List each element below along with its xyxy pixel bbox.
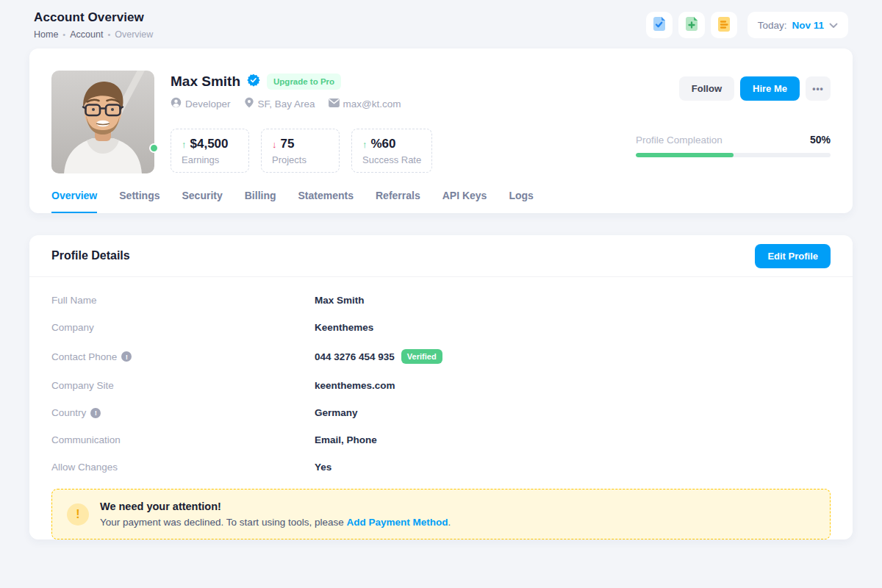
breadcrumb-separator: • bbox=[62, 30, 65, 39]
date-selector[interactable]: Today: Nov 11 bbox=[747, 12, 848, 38]
breadcrumb: Home• Account• Overview bbox=[34, 29, 153, 40]
profile-action-buttons: Follow Hire Me ••• bbox=[636, 76, 831, 101]
row-company-site: Company Site keenthemes.com bbox=[51, 380, 831, 391]
stat-success-rate-label: Success Rate bbox=[362, 154, 421, 165]
row-contact-phone: Contact Phone ! 044 3276 454 935 Verifie… bbox=[51, 349, 831, 364]
tab-api-keys[interactable]: API Keys bbox=[442, 181, 487, 213]
tab-logs[interactable]: Logs bbox=[509, 181, 533, 213]
details-title: Profile Details bbox=[51, 249, 130, 262]
avatar-image bbox=[51, 71, 154, 173]
user-icon bbox=[171, 97, 182, 110]
tab-referrals[interactable]: Referrals bbox=[376, 181, 420, 213]
row-allow-changes: Allow Changes Yes bbox=[51, 462, 831, 473]
account-tabs: Overview Settings Security Billing State… bbox=[29, 181, 853, 213]
row-label: Country ! bbox=[51, 407, 315, 418]
stat-earnings-label: Earnings bbox=[182, 154, 238, 165]
row-value: 044 3276 454 935 bbox=[315, 351, 395, 362]
stat-success-rate: ↑%60 Success Rate bbox=[351, 129, 432, 173]
main-content: Max Smith Upgrade to Pro Developer SF, B… bbox=[0, 49, 882, 539]
profile-top: Max Smith Upgrade to Pro Developer SF, B… bbox=[29, 49, 853, 173]
row-communication: Communication Email, Phone bbox=[51, 434, 831, 445]
warning-icon: ! bbox=[67, 503, 89, 526]
profile-stats: ↑$4,500 Earnings ↓75 Projects ↑%60 Succe… bbox=[171, 129, 620, 173]
breadcrumb-separator: • bbox=[107, 30, 110, 39]
today-label: Today: bbox=[758, 20, 787, 31]
profile-completion-label: Profile Compleation bbox=[636, 135, 723, 146]
upgrade-to-pro-badge[interactable]: Upgrade to Pro bbox=[267, 74, 341, 90]
tab-security[interactable]: Security bbox=[182, 181, 223, 213]
name-row: Max Smith Upgrade to Pro bbox=[171, 74, 620, 90]
meta-location[interactable]: SF, Bay Area bbox=[244, 97, 315, 110]
tab-statements[interactable]: Statements bbox=[298, 181, 354, 213]
stat-earnings: ↑$4,500 Earnings bbox=[171, 129, 249, 173]
page-title: Account Overview bbox=[34, 10, 153, 25]
today-value: Nov 11 bbox=[792, 20, 824, 31]
breadcrumb-account[interactable]: Account bbox=[70, 29, 103, 40]
arrow-up-icon: ↑ bbox=[362, 139, 368, 150]
row-label: Communication bbox=[51, 434, 315, 445]
follow-button[interactable]: Follow bbox=[679, 76, 734, 101]
row-value: Email, Phone bbox=[315, 434, 377, 445]
stat-projects-value: 75 bbox=[281, 137, 295, 151]
details-header: Profile Details Edit Profile bbox=[29, 235, 853, 277]
arrow-down-icon: ↓ bbox=[272, 139, 277, 150]
doc-lines-button[interactable] bbox=[711, 12, 737, 38]
row-value: Keenthemes bbox=[315, 322, 373, 333]
row-label: Company bbox=[51, 322, 315, 333]
more-options-button[interactable]: ••• bbox=[806, 76, 831, 101]
progress-track bbox=[636, 153, 831, 157]
profile-details-card: Profile Details Edit Profile Full Name M… bbox=[29, 235, 853, 539]
doc-plus-button[interactable] bbox=[678, 12, 705, 38]
arrow-up-icon: ↑ bbox=[182, 139, 187, 150]
profile-actions-column: Follow Hire Me ••• Profile Compleation 5… bbox=[636, 71, 831, 173]
row-company: Company Keenthemes bbox=[51, 322, 831, 333]
add-payment-method-link[interactable]: Add Payment Method bbox=[346, 517, 448, 528]
doc-check-icon bbox=[651, 16, 667, 35]
doc-lines-icon bbox=[716, 16, 732, 35]
profile-completion: Profile Compleation 50% bbox=[636, 134, 831, 157]
topbar-actions: Today: Nov 11 bbox=[646, 12, 848, 38]
stat-projects-label: Projects bbox=[272, 154, 329, 165]
row-label: Company Site bbox=[51, 380, 315, 391]
profile-info: Max Smith Upgrade to Pro Developer SF, B… bbox=[171, 71, 620, 173]
row-full-name: Full Name Max Smith bbox=[51, 295, 831, 306]
meta-email[interactable]: max@kt.com bbox=[329, 98, 401, 110]
row-value[interactable]: keenthemes.com bbox=[315, 380, 395, 391]
profile-completion-value: 50% bbox=[810, 134, 831, 146]
meta-role[interactable]: Developer bbox=[171, 97, 231, 110]
details-rows: Full Name Max Smith Company Keenthemes C… bbox=[29, 277, 853, 473]
row-label: Contact Phone ! bbox=[51, 351, 315, 362]
doc-plus-icon bbox=[684, 16, 700, 35]
payment-warning-alert: ! We need your attention! Your payment w… bbox=[51, 489, 831, 539]
row-country: Country ! Germany bbox=[51, 407, 831, 418]
profile-name[interactable]: Max Smith bbox=[171, 74, 240, 90]
verified-badge: Verified bbox=[401, 349, 442, 364]
pin-icon bbox=[244, 97, 254, 110]
info-icon[interactable]: ! bbox=[90, 408, 101, 418]
verified-seal-icon[interactable] bbox=[247, 74, 260, 90]
progress-fill bbox=[636, 153, 734, 157]
hire-me-button[interactable]: Hire Me bbox=[740, 76, 800, 101]
profile-meta: Developer SF, Bay Area max@kt.com bbox=[171, 97, 620, 110]
meta-location-label: SF, Bay Area bbox=[258, 98, 315, 110]
row-label: Allow Changes bbox=[51, 462, 315, 473]
doc-check-button[interactable] bbox=[646, 12, 673, 38]
stat-earnings-value: $4,500 bbox=[190, 137, 229, 151]
row-value: Germany bbox=[315, 407, 358, 418]
tab-overview[interactable]: Overview bbox=[51, 181, 97, 213]
alert-message: Your payment was declined. To start usin… bbox=[100, 517, 451, 528]
breadcrumb-home[interactable]: Home bbox=[34, 29, 58, 40]
alert-content: We need your attention! Your payment was… bbox=[100, 501, 451, 528]
breadcrumb-overview: Overview bbox=[115, 29, 153, 40]
edit-profile-button[interactable]: Edit Profile bbox=[755, 244, 831, 268]
alert-title: We need your attention! bbox=[100, 501, 451, 512]
tab-billing[interactable]: Billing bbox=[245, 181, 276, 213]
page-heading: Account Overview Home• Account• Overview bbox=[34, 10, 153, 40]
row-value: Max Smith bbox=[315, 295, 365, 306]
stat-success-rate-value: %60 bbox=[371, 137, 396, 151]
info-icon[interactable]: ! bbox=[121, 351, 132, 362]
online-status-dot bbox=[149, 143, 159, 153]
profile-summary-card: Max Smith Upgrade to Pro Developer SF, B… bbox=[29, 49, 853, 213]
tab-settings[interactable]: Settings bbox=[119, 181, 159, 213]
stat-projects: ↓75 Projects bbox=[261, 129, 340, 173]
